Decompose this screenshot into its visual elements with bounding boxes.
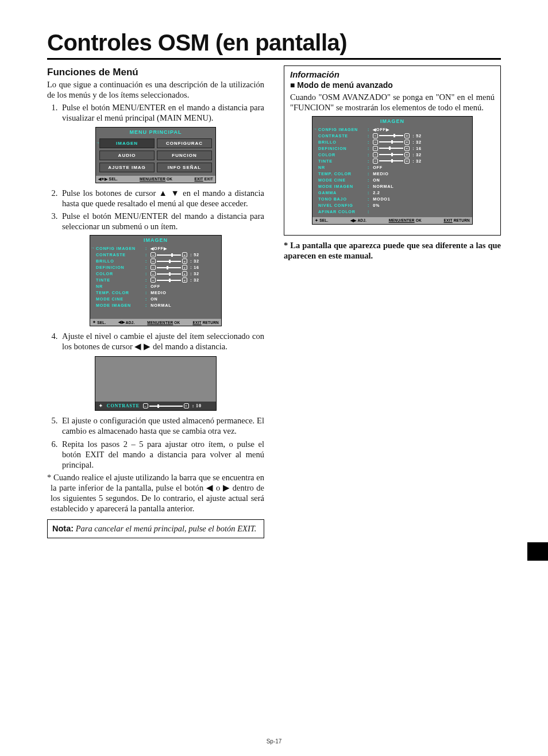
steps-list-4: El ajuste o configuración que usted alma… [47,415,264,470]
osd-row-label: MODE IMAGEN [318,184,368,189]
osd-row: AFINAR COLOR: [318,209,469,215]
osd-row-label: BRILLO [318,140,368,145]
osd-row-value: : MEDIO [368,171,469,176]
osd-cell-configurac: CONFIGURAC [157,138,212,148]
osd-row: TEMP. COLOR: MEDIO [96,290,218,296]
osd-row: TEMP. COLOR: MEDIO [318,171,469,177]
osd-row-value: :–+: 52 [145,252,218,257]
page-number: Sp-17 [0,738,548,745]
info-body: Cuando "OSM AVANZADO" se ponga en "ON" e… [290,92,495,113]
osd-row: COLOR:–+: 32 [318,152,469,158]
osd-row-value: : ◀OFF▶ [145,246,218,251]
osd-row: GAMMA: 2.2 [318,190,469,196]
step-1: Pulse el botón MENU/ENTER en el mando a … [60,102,264,123]
osd-footer: ✦ SEL. ◀▶ ADJ. MENU/ENTER OK EXIT RETURN [90,319,221,326]
osd-row-value: : 2.2 [368,190,469,195]
osd-row-label: CONFIG IMAGEN [96,246,145,251]
osd-row-value: :–+: 52 [368,133,469,138]
osd-row: TINTE:–+: 32 [96,277,218,283]
osd-row-value: : MEDIO [145,290,218,295]
step-2: Pulse los botones de cursor ▲ ▼ en el ma… [60,188,264,209]
leftright-icon: ◀ ▶ [134,342,150,351]
right-column: Información Modo de menú avanzado Cuando… [284,65,501,538]
contrast-label: CONTRASTE [107,403,140,408]
left-arrow-icon: ◀ [206,483,214,492]
right-arrow-icon: ▶ [223,483,230,492]
osd-row: BRILLO:–+: 32 [96,258,218,264]
info-subheading: Modo de menú avanzado [290,80,495,91]
left-column: Funciones de Menú Lo que sigue a continu… [47,65,264,538]
osd-row-value: : NORMAL [368,184,469,189]
osd-row: CONFIG IMAGEN: ◀OFF▶ [318,126,469,133]
note-box: Nota: Para cancelar el menú principal, p… [47,519,264,538]
osd-row-value: :–+: 32 [368,152,469,157]
osd-imagen-advanced: IMAGEN CONFIG IMAGEN: ◀OFF▶CONTRASTE:–+:… [312,116,473,225]
osd-row-value: :–+: 32 [145,277,218,283]
osd-row: CONFIG IMAGEN: ◀OFF▶ [96,245,218,252]
osd-row-label: TEMP. COLOR [318,171,368,176]
osd-footer: ◀✦▶ SEL. MENU/ENTER OK EXIT EXIT [96,176,215,183]
osd-row-value: :–+: 32 [368,159,469,164]
steps-list-3: Ajuste el nivel o cambie el ajuste del í… [47,331,264,352]
side-tab [527,542,548,561]
osd-row: NIVEL CONFIG: 0% [318,202,469,209]
osd-row: TONO BAJO: MODO1 [318,196,469,202]
step-4: Ajuste el nivel o cambie el ajuste del í… [60,331,264,352]
osd-row: MODE IMAGEN: NORMAL [96,302,218,308]
osd-row-label: NIVEL CONFIG [318,203,368,208]
osd-row-value: : ◀OFF▶ [368,127,469,132]
section-heading: Funciones de Menú [47,67,264,78]
osd-row-label: COLOR [96,271,145,276]
osd-row-label: DEFINICION [318,146,368,151]
updown-icon: ▲ ▼ [159,188,180,198]
osd-imagen-adv-list: CONFIG IMAGEN: ◀OFF▶CONTRASTE:–+: 52BRIL… [312,125,472,217]
steps-list-2: Pulse los botones de cursor ▲ ▼ en el ma… [47,188,264,232]
osd-row-value: :–+: 16 [368,146,469,151]
osd-cell-imagen: →IMAGEN [99,138,155,148]
osd-row-label: TINTE [318,159,368,164]
osd-row-label: TEMP. COLOR [96,290,145,295]
step-5: El ajuste o configuración que usted alma… [60,415,264,436]
info-box: Información Modo de menú avanzado Cuando… [284,65,501,236]
osd-row-value: : 0% [368,203,469,208]
osd-main-menu: MENU PRINCIPAL →IMAGEN CONFIGURAC AUDIO … [95,127,216,183]
osd-imagen: IMAGEN CONFIG IMAGEN: ◀OFF▶CONTRASTE:–+:… [90,235,222,326]
intro-text: Lo que sigue a continuación es una descr… [47,79,264,100]
note-body: Para cancelar el menú principal, pulse e… [74,524,256,533]
disclaimer: * La pantalla que aparezca puede que sea… [284,240,501,261]
osd-row-value: : MODO1 [368,196,469,202]
osd-row: CONTRASTE:–+: 52 [96,252,218,258]
osd-row-value: :–+: 32 [145,271,218,276]
osd-row-label: NR [318,165,368,170]
osd-row-label: MODE IMAGEN [96,303,145,308]
osd-row-value: : OFF [145,284,218,289]
osd-row: MODE IMAGEN: NORMAL [318,183,469,190]
osd-row: TINTE:–+: 32 [318,158,469,164]
osd-row: MODE CINE: ON [318,177,469,183]
osd-row: MODE CINE: ON [96,296,218,302]
page-title: Controles OSM (en pantalla) [47,30,501,56]
osd-row: DEFINICION:–+: 16 [96,264,218,271]
osd-footer: ✦ SEL. ◀▶ ADJ. MENU/ENTER OK EXIT RETURN [312,217,472,224]
osd-row-value: : [368,209,469,214]
osd-title: IMAGEN [90,236,221,244]
osd-imagen-list: CONFIG IMAGEN: ◀OFF▶CONTRASTE:–+: 52BRIL… [90,244,221,319]
steps-list: Pulse el botón MENU/ENTER en el mando a … [47,102,264,123]
osd-row-label: MODE CINE [96,296,145,302]
osd-main-grid: →IMAGEN CONFIGURAC AUDIO FUNCION AJUSTE … [96,136,215,176]
osd-cell-audio: AUDIO [99,151,155,160]
osd-row: CONTRASTE:–+: 52 [318,133,469,139]
star-note: * Cuando realice el ajuste utilizando la… [51,472,264,514]
osd-row-label: DEFINICION [96,265,145,270]
note-lead: Nota: [52,524,74,533]
osd-row-value: :–+: 32 [368,140,469,145]
osd-row-label: TONO BAJO [318,196,368,202]
step-3: Pulse el botón MENU/ENTER del mando a di… [60,211,264,232]
osd-row-label: CONFIG IMAGEN [318,127,368,132]
step-6: Repita los pasos 2 – 5 para ajustar otro… [60,439,264,470]
info-heading: Información [290,70,495,79]
osd-row-value: : ON [368,178,469,183]
osd-row-value: :–+: 16 [145,265,218,270]
osd-row-value: :–+: 32 [145,259,218,264]
osd-row: BRILLO:–+: 32 [318,139,469,145]
